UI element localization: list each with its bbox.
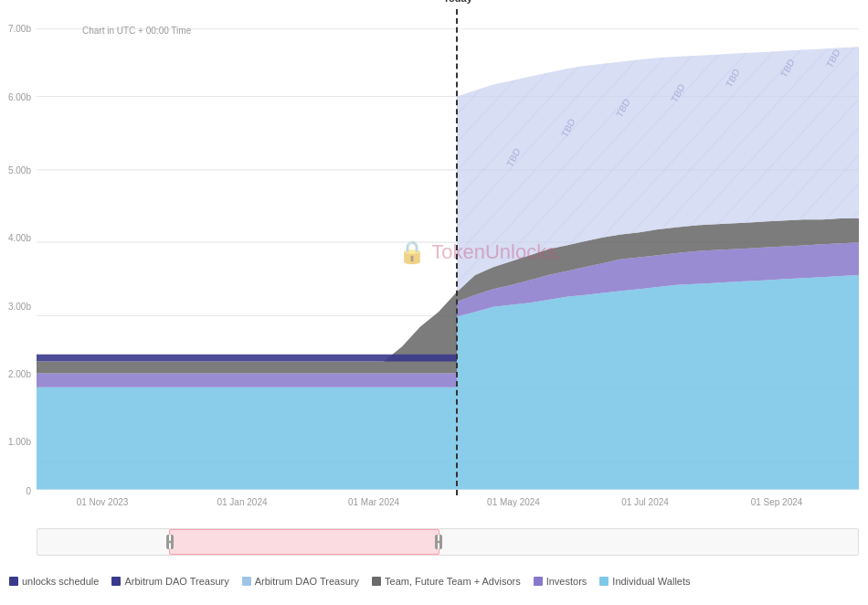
y-label-700b: 7.00b [8,24,31,34]
legend-color-arbitrum-light [242,577,251,586]
legend-label-unlocks: unlocks schedule [22,576,99,587]
x-label-jan: 01 Jan 2024 [217,497,267,507]
legend-color-arbitrum-dark [111,577,121,586]
legend-item-wallets: Individual Wallets [599,576,690,587]
minimap-handle-right[interactable] [435,535,442,549]
legend-color-team [372,577,381,586]
legend-label-team: Team, Future Team + Advisors [385,576,521,587]
handle-line [438,535,439,541]
x-label-nov: 01 Nov 2023 [77,497,129,507]
minimap-handle-left[interactable] [166,535,174,549]
chart-title: Chart in UTC + 00:00 Time [82,26,191,36]
x-label-sep: 01 Sep 2024 [751,497,803,507]
chart-area: TBD TBD TBD TBD TBD TBD TBD Today Chart … [37,9,859,495]
legend-item-unlocks: unlocks schedule [9,576,99,587]
x-label-jul: 01 Jul 2024 [621,497,669,507]
y-label-400b: 4.00b [8,233,31,243]
legend-color-wallets [599,577,609,586]
chart-svg: TBD TBD TBD TBD TBD TBD TBD [37,9,859,495]
legend-label-wallets: Individual Wallets [612,576,690,587]
today-label: Today [443,0,472,4]
handle-line [169,543,171,549]
legend-color-unlocks [9,577,18,586]
chart-container: 7.00b 6.00b 5.00b 4.00b 3.00b 2.00b 1.00… [0,0,868,605]
legend-label-investors: Investors [546,576,587,587]
y-label-0: 0 [26,485,31,495]
y-label-500b: 5.00b [8,165,31,175]
minimap-selection[interactable] [169,529,439,555]
legend-item-investors: Investors [534,576,587,587]
y-label-300b: 3.00b [8,301,31,311]
legend-item-arbitrum-dark: Arbitrum DAO Treasury [111,576,228,587]
legend-item-team: Team, Future Team + Advisors [372,576,521,587]
x-axis: 01 Nov 2023 01 Jan 2024 01 Mar 2024 01 M… [37,497,859,515]
legend-color-investors [534,577,543,586]
x-label-may: 01 May 2024 [487,497,540,507]
legend: unlocks schedule Arbitrum DAO Treasury A… [0,576,868,587]
legend-label-arbitrum-light: Arbitrum DAO Treasury [255,576,359,587]
legend-label-arbitrum-dark: Arbitrum DAO Treasury [124,576,228,587]
y-label-100b: 1.00b [8,437,31,447]
minimap[interactable] [37,528,859,556]
arbitrum-dao-treasury-area [37,355,457,362]
legend-item-arbitrum-light: Arbitrum DAO Treasury [242,576,359,587]
y-label-200b: 2.00b [8,369,31,379]
handle-line [169,535,171,541]
today-line: Today [456,9,458,495]
y-axis: 7.00b 6.00b 5.00b 4.00b 3.00b 2.00b 1.00… [0,9,35,495]
y-label-600b: 6.00b [8,91,31,101]
handle-line [438,543,439,549]
x-label-mar: 01 Mar 2024 [348,497,399,507]
